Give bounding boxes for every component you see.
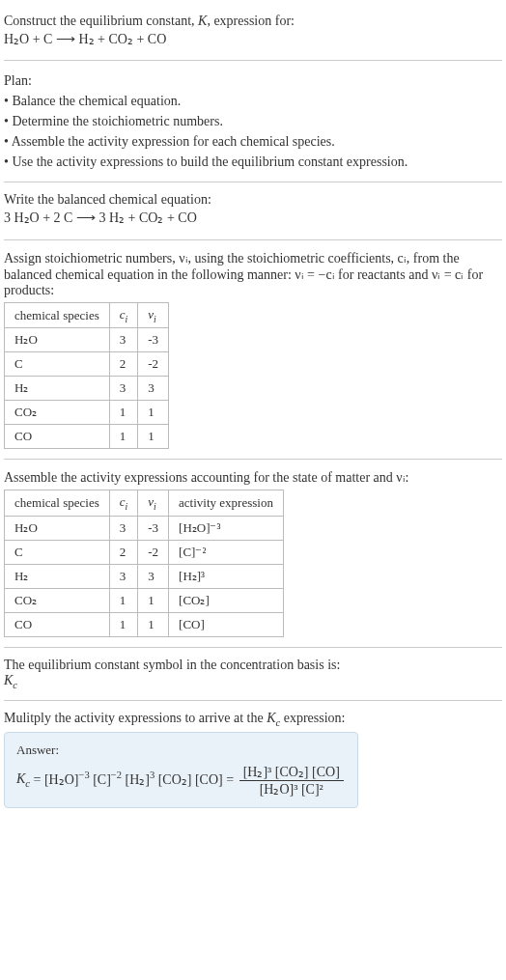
stoich-text: Assign stoichiometric numbers, νᵢ, using… <box>4 250 502 298</box>
table-cell: -2 <box>138 540 169 564</box>
table-cell: -3 <box>138 516 169 540</box>
multiply-heading: Mulitply the activity expressions to arr… <box>4 711 502 728</box>
table-cell: -3 <box>138 328 169 352</box>
table-cell: 2 <box>109 540 138 564</box>
table-row: H₂ 3 3 <box>5 377 169 401</box>
divider <box>4 700 502 701</box>
table-cell: [C]⁻² <box>169 540 284 564</box>
table-row: CO₂ 1 1 [CO₂] <box>5 588 284 612</box>
table-cell: 1 <box>138 588 169 612</box>
table-cell: 1 <box>109 425 138 449</box>
table-header-row: chemical species ci νi <box>5 302 169 328</box>
table-cell: 1 <box>138 612 169 636</box>
plan-item: • Determine the stoichiometric numbers. <box>4 111 502 131</box>
table-cell: H₂ <box>5 377 110 401</box>
answer-label: Answer: <box>16 742 346 758</box>
divider <box>4 647 502 648</box>
plan-section: Plan: • Balance the chemical equation. •… <box>4 65 502 178</box>
table-row: CO 1 1 <box>5 425 169 449</box>
activity-section: Assemble the activity expressions accoun… <box>4 463 502 643</box>
symbol-line1: The equilibrium constant symbol in the c… <box>4 658 502 673</box>
plan-heading: Plan: <box>4 70 502 91</box>
table-cell: 3 <box>109 516 138 540</box>
table-cell: 3 <box>109 564 138 588</box>
table-cell: CO <box>5 425 110 449</box>
plan-item: • Assemble the activity expression for e… <box>4 131 502 152</box>
table-cell: H₂O <box>5 516 110 540</box>
activity-text: Assemble the activity expressions accoun… <box>4 469 502 486</box>
answer-fraction: [H₂]³ [CO₂] [CO] [H₂O]³ [C]² <box>239 764 344 798</box>
intro-equation: H₂O + C ⟶ H₂ + CO₂ + CO <box>4 29 502 50</box>
balanced-section: Write the balanced chemical equation: 3 … <box>4 186 502 235</box>
table-cell: 3 <box>109 328 138 352</box>
table-header: ci <box>109 490 138 517</box>
stoich-section: Assign stoichiometric numbers, νᵢ, using… <box>4 244 502 456</box>
table-cell: 1 <box>138 425 169 449</box>
table-cell: [H₂]³ <box>169 564 284 588</box>
table-cell: [CO₂] <box>169 588 284 612</box>
stoich-table: chemical species ci νi H₂O 3 -3 C 2 -2 H… <box>4 302 169 450</box>
table-cell: H₂O <box>5 328 110 352</box>
table-cell: 1 <box>109 588 138 612</box>
table-header: ci <box>109 302 138 328</box>
table-row: CO 1 1 [CO] <box>5 612 284 636</box>
table-cell: 3 <box>138 377 169 401</box>
answer-box: Answer: Kc = [H₂O]−3 [C]−2 [H₂]3 [CO₂] [… <box>4 732 358 808</box>
table-cell: CO₂ <box>5 588 110 612</box>
divider <box>4 459 502 460</box>
table-row: C 2 -2 <box>5 352 169 377</box>
table-header: activity expression <box>169 490 284 517</box>
table-cell: 3 <box>109 377 138 401</box>
table-cell: [H₂O]⁻³ <box>169 516 284 540</box>
symbol-section: The equilibrium constant symbol in the c… <box>4 652 502 696</box>
intro-section: Construct the equilibrium constant, K, e… <box>4 8 502 56</box>
table-row: H₂O 3 -3 [H₂O]⁻³ <box>5 516 284 540</box>
table-header-row: chemical species ci νi activity expressi… <box>5 490 284 517</box>
divider <box>4 60 502 61</box>
table-cell: 1 <box>109 612 138 636</box>
table-header: chemical species <box>5 490 110 517</box>
table-cell: H₂ <box>5 564 110 588</box>
table-cell: CO₂ <box>5 401 110 425</box>
answer-equation: Kc = [H₂O]−3 [C]−2 [H₂]3 [CO₂] [CO] = [H… <box>16 764 346 798</box>
table-row: C 2 -2 [C]⁻² <box>5 540 284 564</box>
table-row: H₂O 3 -3 <box>5 328 169 352</box>
plan-item: • Balance the chemical equation. <box>4 91 502 111</box>
intro-line: Construct the equilibrium constant, K, e… <box>4 14 502 29</box>
table-cell: C <box>5 540 110 564</box>
divider <box>4 182 502 182</box>
table-row: CO₂ 1 1 <box>5 401 169 425</box>
plan-item: • Use the activity expressions to build … <box>4 152 502 172</box>
table-cell: 1 <box>138 401 169 425</box>
answer-denominator: [H₂O]³ [C]² <box>239 781 344 798</box>
table-cell: [CO] <box>169 612 284 636</box>
table-cell: C <box>5 352 110 377</box>
balanced-heading: Write the balanced chemical equation: <box>4 192 502 208</box>
activity-table: chemical species ci νi activity expressi… <box>4 490 284 637</box>
table-header: chemical species <box>5 302 110 328</box>
symbol-line2: Kc <box>4 673 502 690</box>
table-header: νi <box>138 302 169 328</box>
table-cell: 2 <box>109 352 138 377</box>
multiply-section: Mulitply the activity expressions to arr… <box>4 705 502 814</box>
table-cell: CO <box>5 612 110 636</box>
answer-numerator: [H₂]³ [CO₂] [CO] <box>239 764 344 781</box>
table-cell: -2 <box>138 352 169 377</box>
table-cell: 3 <box>138 564 169 588</box>
table-header: νi <box>138 490 169 517</box>
table-cell: 1 <box>109 401 138 425</box>
table-row: H₂ 3 3 [H₂]³ <box>5 564 284 588</box>
divider <box>4 239 502 240</box>
balanced-equation: 3 H₂O + 2 C ⟶ 3 H₂ + CO₂ + CO <box>4 208 502 229</box>
